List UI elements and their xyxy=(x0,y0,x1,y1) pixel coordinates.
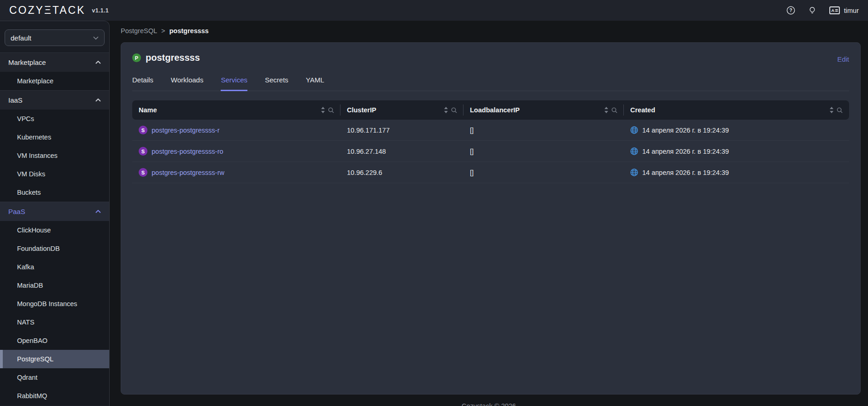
loadbalancer-ip-cell: [] xyxy=(463,127,624,134)
tab-services[interactable]: Services xyxy=(221,76,247,91)
username: timur xyxy=(844,7,859,14)
sidebar-item-nats[interactable]: NATS xyxy=(0,313,109,331)
group-label: IaaS xyxy=(8,96,23,104)
sort-icon[interactable] xyxy=(321,107,325,113)
service-link[interactable]: postgres-postgressss-r xyxy=(152,127,219,134)
group-label: Marketplace xyxy=(8,58,46,66)
service-link[interactable]: postgres-postgressss-ro xyxy=(152,148,223,155)
app-version: v1.1.1 xyxy=(92,7,109,14)
card-header: P postgressss Edit xyxy=(132,52,849,63)
created-cell: 14 апреля 2026 г. в 19:24:39 xyxy=(624,147,849,155)
column-header-name[interactable]: Name xyxy=(132,100,340,120)
topbar: COZYΞTACK v1.1.1 ? A timur xyxy=(0,0,868,21)
item-label: Marketplace xyxy=(17,77,53,85)
sidebar-item-buckets[interactable]: Buckets xyxy=(0,183,109,202)
sidebar-item-openbao[interactable]: OpenBAO xyxy=(0,331,109,350)
item-label: VPCs xyxy=(17,115,34,122)
cluster-ip-cell: 10.96.229.6 xyxy=(340,169,463,176)
sidebar-group-marketplace[interactable]: Marketplace xyxy=(0,52,109,72)
table-row: S postgres-postgressss-r 10.96.171.177 [… xyxy=(132,120,849,141)
sidebar-item-vpcs[interactable]: VPCs xyxy=(0,110,109,128)
sidebar-item-rabbitmq[interactable]: RabbitMQ xyxy=(0,387,109,405)
sidebar-item-marketplace[interactable]: Marketplace xyxy=(0,72,109,90)
help-icon[interactable]: ? xyxy=(786,6,795,15)
chevron-up-icon xyxy=(95,61,101,64)
table-row: S postgres-postgressss-rw 10.96.229.6 []… xyxy=(132,162,849,183)
loadbalancer-ip-cell: [] xyxy=(463,169,624,176)
sort-icon[interactable] xyxy=(604,107,609,113)
tab-details[interactable]: Details xyxy=(132,76,153,91)
edit-button[interactable]: Edit xyxy=(837,55,849,63)
chevron-up-icon xyxy=(95,210,101,213)
service-name-cell: S postgres-postgressss-r xyxy=(132,126,340,134)
column-header-created[interactable]: Created xyxy=(624,100,849,120)
svg-text:A: A xyxy=(831,8,834,13)
search-icon[interactable] xyxy=(837,107,843,113)
search-icon[interactable] xyxy=(451,107,457,113)
resource-card: P postgressss Edit Details Workloads Ser… xyxy=(121,42,861,394)
breadcrumb-parent[interactable]: PostgreSQL xyxy=(121,27,157,35)
tab-yaml[interactable]: YAML xyxy=(306,76,324,91)
topbar-actions: ? A timur xyxy=(786,6,859,15)
created-date: 14 апреля 2026 г. в 19:24:39 xyxy=(642,169,729,176)
cluster-ip-cell: 10.96.171.177 xyxy=(340,127,463,134)
sort-icon[interactable] xyxy=(444,107,448,113)
main-content: PostgreSQL > postgressss P postgressss E… xyxy=(110,21,868,406)
item-label: RabbitMQ xyxy=(17,392,47,400)
item-label: ClickHouse xyxy=(17,226,51,234)
item-label: NATS xyxy=(17,319,35,326)
created-date: 14 апреля 2026 г. в 19:24:39 xyxy=(642,148,729,155)
sidebar-item-clickhouse[interactable]: ClickHouse xyxy=(0,221,109,239)
item-label: PostgreSQL xyxy=(17,355,53,363)
service-name-cell: S postgres-postgressss-rw xyxy=(132,168,340,177)
chevron-down-icon xyxy=(93,36,99,40)
item-label: MariaDB xyxy=(17,282,43,289)
namespace-select[interactable]: default xyxy=(5,29,105,46)
created-cell: 14 апреля 2026 г. в 19:24:39 xyxy=(624,168,849,176)
sidebar-group-paas[interactable]: PaaS xyxy=(0,202,109,221)
search-icon[interactable] xyxy=(328,107,334,113)
item-label: FoundationDB xyxy=(17,245,60,252)
item-label: MongoDB Instances xyxy=(17,300,77,307)
column-header-clusterip[interactable]: ClusterIP xyxy=(340,100,463,120)
sidebar-item-kubernetes[interactable]: Kubernetes xyxy=(0,128,109,146)
column-label: LoadbalancerIP xyxy=(470,106,520,114)
sidebar-item-postgresql[interactable]: PostgreSQL xyxy=(0,350,109,368)
sidebar-items-marketplace: Marketplace xyxy=(0,72,109,90)
created-cell: 14 апреля 2026 г. в 19:24:39 xyxy=(624,126,849,134)
chevron-up-icon xyxy=(95,99,101,102)
user-menu[interactable]: A timur xyxy=(829,6,859,14)
tab-workloads[interactable]: Workloads xyxy=(171,76,204,91)
created-date: 14 апреля 2026 г. в 19:24:39 xyxy=(642,127,729,134)
search-icon[interactable] xyxy=(611,107,617,113)
sidebar-item-mongodb-instances[interactable]: MongoDB Instances xyxy=(0,295,109,313)
sidebar-item-vm-disks[interactable]: VM Disks xyxy=(0,165,109,183)
sidebar-item-foundationdb[interactable]: FoundationDB xyxy=(0,239,109,258)
footer-copyright: Cozystack © 2026 xyxy=(110,402,868,406)
sidebar-items-iaas: VPCs Kubernetes VM Instances VM Disks Bu… xyxy=(0,110,109,202)
id-card-icon: A xyxy=(829,6,840,14)
breadcrumb-separator: > xyxy=(161,27,165,35)
app-logo: COZYΞTACK xyxy=(9,4,85,17)
postgres-badge: P xyxy=(132,53,141,62)
item-label: Buckets xyxy=(17,189,41,196)
breadcrumb: PostgreSQL > postgressss xyxy=(121,27,861,35)
service-badge: S xyxy=(139,168,147,177)
item-label: OpenBAO xyxy=(17,337,47,344)
tab-secrets[interactable]: Secrets xyxy=(265,76,288,91)
page-title: postgressss xyxy=(146,52,200,63)
sidebar-item-kafka[interactable]: Kafka xyxy=(0,258,109,276)
table-header: Name ClusterIP LoadbalancerIP Created xyxy=(132,100,849,120)
lightbulb-icon[interactable] xyxy=(808,6,816,15)
sidebar-group-iaas[interactable]: IaaS xyxy=(0,90,109,110)
sidebar-item-qdrant[interactable]: Qdrant xyxy=(0,368,109,387)
globe-icon xyxy=(630,147,638,155)
services-table: Name ClusterIP LoadbalancerIP Created xyxy=(132,100,849,183)
sidebar-items-paas: ClickHouse FoundationDB Kafka MariaDB Mo… xyxy=(0,221,109,405)
column-header-loadbalancerip[interactable]: LoadbalancerIP xyxy=(463,100,624,120)
sidebar-item-mariadb[interactable]: MariaDB xyxy=(0,276,109,295)
sort-icon[interactable] xyxy=(829,107,834,113)
service-link[interactable]: postgres-postgressss-rw xyxy=(152,169,224,176)
sidebar-item-vm-instances[interactable]: VM Instances xyxy=(0,146,109,165)
item-label: VM Instances xyxy=(17,152,58,159)
